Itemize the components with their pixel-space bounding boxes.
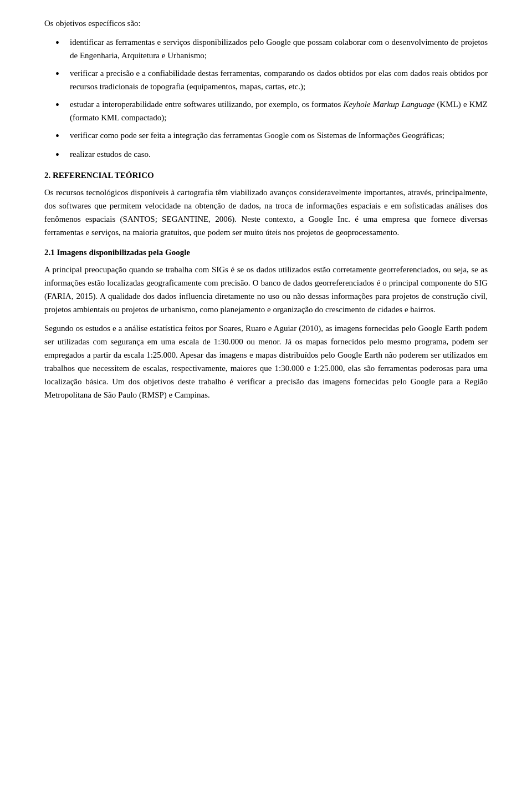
- bullet-list: • identificar as ferramentas e serviços …: [44, 35, 488, 162]
- bullet-symbol: •: [55, 35, 66, 50]
- list-item: • realizar estudos de caso.: [44, 148, 488, 162]
- subsection-2-1-paragraph-2: Segundo os estudos e a análise estatísti…: [44, 322, 488, 401]
- section-2-heading: 2. REFERENCIAL TEÓRICO: [44, 171, 488, 180]
- bullet-text-1: identificar as ferramentas e serviços di…: [70, 35, 488, 62]
- bullet-text-3: estudar a interoperabilidade entre softw…: [70, 98, 488, 124]
- italic-kml: Keyhole Markup Language: [343, 100, 434, 109]
- section-2-paragraph-1: Os recursos tecnológicos disponíveis à c…: [44, 186, 488, 239]
- list-item: • verificar a precisão e a confiabilidad…: [44, 67, 488, 93]
- list-item: • identificar as ferramentas e serviços …: [44, 35, 488, 62]
- bullet-text-4: verificar como pode ser feita a integraç…: [70, 129, 488, 142]
- subsection-2-1-paragraph-1: A principal preocupação quando se trabal…: [44, 263, 488, 316]
- intro-text: Os objetivos específicos são:: [44, 17, 488, 30]
- bullet-symbol: •: [55, 67, 66, 81]
- bullet-text-2: verificar a precisão e a confiabilidade …: [70, 67, 488, 93]
- list-item: • estudar a interoperabilidade entre sof…: [44, 98, 488, 124]
- bullet-symbol: •: [55, 98, 66, 112]
- bullet-text-5: realizar estudos de caso.: [70, 148, 488, 161]
- bullet-symbol: •: [55, 148, 66, 162]
- bullet-symbol: •: [55, 129, 66, 143]
- page-container: Os objetivos específicos são: • identifi…: [0, 0, 532, 429]
- list-item: • verificar como pode ser feita a integr…: [44, 129, 488, 143]
- subsection-2-1-heading: 2.1 Imagens disponibilizadas pela Google: [44, 248, 488, 257]
